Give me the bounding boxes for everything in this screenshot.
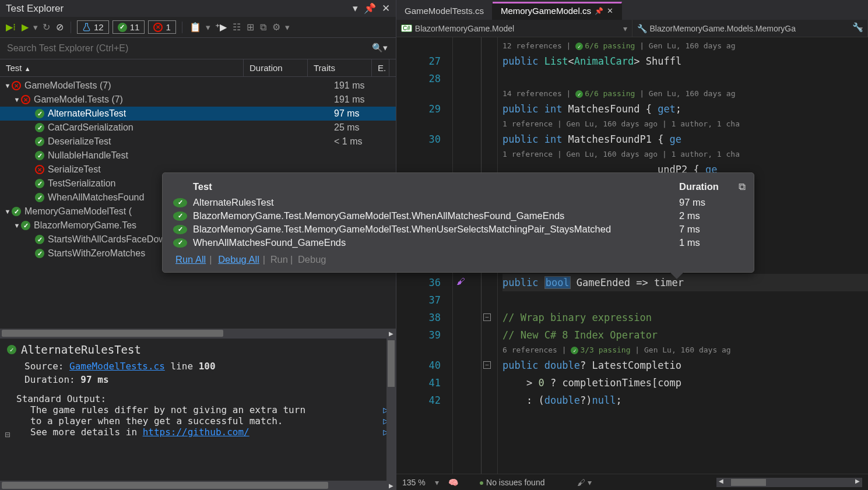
search-icon[interactable]: 🔍▾ (372, 43, 388, 53)
codelens[interactable]: 1 reference | Gen Lu, 160 days ago | 1 a… (502, 118, 868, 131)
col-duration[interactable]: Duration (244, 59, 308, 76)
pass-icon (12, 207, 21, 216)
test-search-container: 🔍▾ (0, 38, 396, 59)
popout-icon[interactable]: ⧉ (739, 181, 746, 192)
issues-label: No issues found (486, 478, 544, 487)
pass-icon (173, 238, 187, 248)
col-test[interactable]: Test ▲ (0, 59, 244, 76)
pass-icon (35, 151, 44, 160)
run-icon[interactable]: ▶ (20, 22, 30, 33)
pass-icon (21, 221, 30, 230)
paintbrush-icon[interactable]: 🖌 ▾ (577, 478, 592, 487)
debug-link-disabled: Debug (298, 254, 326, 265)
test-detail-panel: AlternateRulesTest Source: GameModelTest… (0, 338, 396, 481)
crumb-namespace[interactable]: C# BlazorMemoryGame.Model ▾ (396, 20, 632, 37)
tree-hscrollbar[interactable]: ◀▶ (0, 329, 396, 338)
columns-icon[interactable]: ⧉ (259, 22, 268, 33)
playlist-dropdown-icon[interactable]: ▾ (206, 22, 210, 33)
test-tree-row[interactable]: ▼GameModelTests (7)191 ms (0, 79, 396, 93)
stdout-label: Standard Output: (7, 393, 389, 404)
test-explorer-titlebar: Test Explorer ▾ 📌 ✕ (0, 0, 396, 17)
test-explorer-title: Test Explorer (6, 3, 64, 15)
pass-icon (173, 211, 187, 221)
tooltip-test-row[interactable]: WhenAllMatchesFound_GameEnds1 ms (173, 236, 743, 249)
fail-icon (153, 23, 163, 32)
search-input[interactable] (5, 41, 391, 56)
fail-icon (12, 81, 21, 90)
pass-icon (7, 345, 16, 354)
test-tree-row[interactable]: ▼GameModel.Tests (7)191 ms (0, 93, 396, 107)
test-explorer-toolbar: ▶⁞ ▶ ▾ ↻ ⊘ 12 11 1 📋 ▾ ⁺▶ ☷ ⊞ ⧉ (0, 17, 396, 38)
codelens[interactable]: 1 reference | Gen Lu, 160 days ago | 1 a… (502, 148, 868, 161)
editor-hscrollbar[interactable]: ◀ ▶ (716, 478, 862, 487)
pass-icon (35, 249, 44, 258)
wrench-icon[interactable]: 🔧 (852, 22, 863, 33)
pass-icon (35, 193, 44, 202)
passed-tests-count[interactable]: 11 (113, 20, 145, 34)
detail-vscrollbar[interactable] (386, 339, 396, 481)
window-dropdown-icon[interactable]: ▾ (353, 2, 358, 15)
chevron-down-icon[interactable]: ▾ (623, 24, 627, 33)
crumb-class[interactable]: 🔧 BlazorMemoryGame.Models.MemoryGa ▾ (632, 20, 869, 37)
repeat-icon[interactable]: ↻ (41, 22, 51, 33)
col-traits[interactable]: Traits (308, 59, 372, 76)
fail-icon (21, 95, 30, 104)
tooltip-test-row[interactable]: BlazorMemoryGame.Test.MemoryGameModelTes… (173, 209, 743, 223)
test-tree-row[interactable]: CatCardSerialization25 ms (0, 121, 396, 135)
close-icon[interactable]: ✕ (382, 2, 390, 15)
source-file-link[interactable]: GameModelTests.cs (69, 361, 165, 372)
editor-statusbar: 135 % ▾ 🧠 ● No issues found 🖌 ▾ ◀ ▶ (396, 474, 868, 490)
detail-hscrollbar[interactable]: ◀▶ (0, 481, 396, 490)
pass-icon (35, 179, 44, 188)
codelens[interactable]: 6 references | 3/3 passing | Gen Lu, 160… (502, 344, 868, 357)
failed-tests-count[interactable]: 1 (148, 20, 175, 34)
test-tree-row[interactable]: NullableHandleTest (0, 149, 396, 163)
pass-icon (35, 137, 44, 146)
editor-tab[interactable]: MemoryGameModel.cs📌✕ (493, 2, 622, 20)
editor-breadcrumbs: C# BlazorMemoryGame.Model ▾ 🔧 BlazorMemo… (396, 20, 868, 37)
codelens[interactable]: 12 references | 6/6 passing | Gen Lu, 16… (502, 40, 868, 52)
pass-icon (35, 123, 44, 132)
pass-icon (173, 198, 187, 207)
test-tree-row[interactable]: AlternateRulesTest97 ms (0, 107, 396, 121)
debug-all-link[interactable]: Debug All (218, 254, 259, 265)
codelens-tooltip: ⧉ Test Duration AlternateRulesTest97 msB… (162, 172, 754, 273)
editor-tab[interactable]: GameModelTests.cs (396, 2, 493, 20)
total-tests-count[interactable]: 12 (77, 20, 109, 34)
run-dropdown-icon[interactable]: ▾ (33, 22, 38, 33)
stdout-link[interactable]: https://github.com/ (143, 426, 249, 438)
group-icon[interactable]: ⊞ (245, 22, 255, 33)
pin-icon[interactable]: 📌 (364, 2, 376, 15)
editor-tabs: GameModelTests.csMemoryGameModel.cs📌✕ (396, 0, 868, 20)
pass-icon (118, 23, 127, 32)
stop-icon[interactable]: ⊘ (55, 22, 65, 33)
detail-test-name: AlternateRulesTest (21, 343, 141, 356)
pass-icon (35, 109, 44, 118)
intellisense-icon[interactable]: 🧠 (448, 478, 458, 487)
paintbrush-icon[interactable]: 🖌 (456, 276, 465, 287)
tooltip-test-row[interactable]: AlternateRulesTest97 ms (173, 196, 743, 209)
close-icon[interactable]: ✕ (607, 6, 613, 15)
col-error[interactable]: E. (372, 59, 389, 76)
tooltip-test-row[interactable]: BlazorMemoryGame.Test.MemoryGameModelTes… (173, 223, 743, 236)
run-all-link[interactable]: Run All (175, 254, 206, 265)
pass-icon (35, 235, 44, 244)
hierarchy-icon[interactable]: ☷ (231, 22, 242, 33)
zoom-dropdown-icon[interactable]: ▾ (435, 478, 439, 487)
test-tree-row[interactable]: DeserializeTest< 1 ms (0, 135, 396, 149)
pass-icon (173, 225, 187, 234)
settings-dropdown-icon[interactable]: ▾ (285, 22, 290, 33)
playlist-icon[interactable]: 📋 (188, 22, 202, 33)
fail-icon (35, 165, 44, 174)
run-after-build-icon[interactable]: ⁺▶ (214, 22, 228, 33)
zoom-level[interactable]: 135 % (402, 478, 426, 487)
codelens[interactable]: 14 references | 6/6 passing | Gen Lu, 16… (502, 87, 868, 100)
settings-icon[interactable]: ⚙ (271, 22, 282, 33)
check-icon: ● (479, 478, 484, 487)
test-columns-header: Test ▲ Duration Traits E. (0, 59, 396, 77)
run-all-icon[interactable]: ▶⁞ (5, 22, 17, 33)
pin-icon[interactable]: 📌 (595, 7, 603, 15)
run-link-disabled: Run (270, 254, 288, 265)
